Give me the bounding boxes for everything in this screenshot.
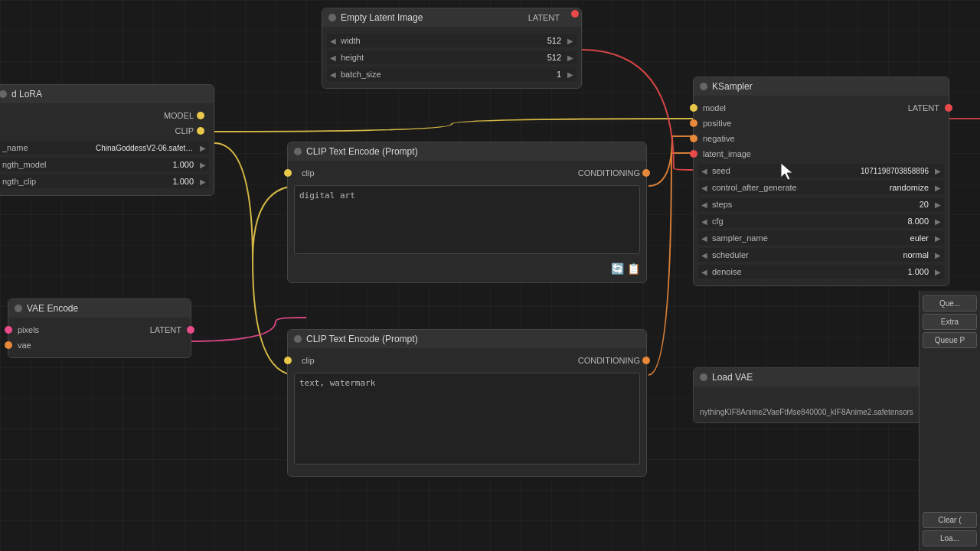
clip1-conditioning-label: CONDITIONING [578,168,640,178]
ngth-model-arrow[interactable]: ▶ [198,161,207,169]
seed-value: 1071198703858896 [856,165,933,177]
scheduler-inc-arrow[interactable]: ▶ [933,251,942,259]
loadvae-vae-port: V. [694,391,949,406]
scheduler-dec-arrow[interactable]: ◀ [700,251,709,259]
clip1-header: CLIP Text Encode (Prompt) [288,142,646,161]
lora-body: MODEL CLIP _name ChinaGoddessV2-06.safet… [0,103,214,195]
steps-dec-arrow[interactable]: ◀ [700,201,709,209]
ksampler-cag-row: ◀ control_after_generate randomize ▶ [694,180,949,195]
scheduler-value: normal [898,249,933,261]
queue-prompt-button[interactable]: Queue P [923,332,977,348]
clip1-copy-icon[interactable]: 📋 [627,262,640,275]
ngth-clip-arrow[interactable]: ▶ [198,178,207,186]
model-out-label: MODEL [2,111,194,120]
ksampler-header: KSampler [694,77,949,96]
cfg-dec-arrow[interactable]: ◀ [700,217,709,226]
cag-inc-arrow[interactable]: ▶ [933,184,942,192]
loadvae-body: V. nythingKIF8Anime2VaeFtMse840000_kIF8A… [694,386,949,422]
vae-encode-node: VAE Encode pixels LATENT vae [8,298,191,358]
lora-ngth-model-control[interactable]: ngth_model 1.000 ▶ [0,158,209,171]
batch-inc-arrow[interactable]: ▶ [566,70,575,79]
width-inc-arrow[interactable]: ▶ [566,37,575,45]
vae-pixels-port: pixels LATENT [8,322,191,337]
denoise-dec-arrow[interactable]: ◀ [700,268,709,276]
denoise-value: 1.000 [903,266,933,278]
loadvae-title: Load VAE [712,372,753,383]
clip-out-port [197,127,204,135]
loadvae-filename: nythingKIF8Anime2VaeFtMse840000_kIF8Anim… [694,406,939,418]
height-dec-arrow[interactable]: ◀ [328,54,338,62]
ksampler-seed-control[interactable]: ◀ seed 1071198703858896 ▶ [698,164,944,178]
batch-dec-arrow[interactable]: ◀ [328,70,338,79]
cfg-inc-arrow[interactable]: ▶ [933,217,942,226]
ksampler-latent-out-port [945,104,952,112]
ksampler-node: KSampler model LATENT positive negative … [693,77,949,286]
clip-out-label: CLIP [2,126,194,135]
vae-pixels-in-port [5,326,12,334]
width-control[interactable]: ◀ width 512 ▶ [327,34,577,47]
ksampler-steps-control[interactable]: ◀ steps 20 ▶ [698,197,944,211]
seed-dec-arrow[interactable]: ◀ [700,167,709,175]
load-button[interactable]: Loa... [923,530,977,546]
ksampler-negative-port: negative [694,131,949,146]
ksampler-sampler-row: ◀ sampler_name euler ▶ [694,230,949,246]
sampler-value: euler [906,232,933,244]
empty-latent-image-node: Empty Latent Image LATENT ◀ width 512 ▶ … [322,8,582,89]
height-inc-arrow[interactable]: ▶ [566,54,575,62]
batch-value: 1 [552,68,566,80]
width-value: 512 [543,34,566,47]
sampler-dec-arrow[interactable]: ◀ [700,234,709,243]
ksampler-sampler-control[interactable]: ◀ sampler_name euler ▶ [698,231,944,245]
ksampler-body: model LATENT positive negative latent_im… [694,96,949,285]
lora-name-arrow[interactable]: ▶ [198,144,207,152]
steps-inc-arrow[interactable]: ▶ [933,201,942,209]
ksampler-denoise-control[interactable]: ◀ denoise 1.000 ▶ [698,265,944,279]
extra-button[interactable]: Extra [923,314,977,330]
lora-ngth-model-row: ngth_model 1.000 ▶ [0,157,214,172]
lora-name-row: _name ChinaGoddessV2-06.safetensors ▶ [0,140,214,155]
clear-button[interactable]: Clear ( [923,512,977,528]
width-dec-arrow[interactable]: ◀ [328,37,338,45]
ksampler-cfg-control[interactable]: ◀ cfg 8.000 ▶ [698,214,944,228]
seed-label: seed [709,165,856,177]
cag-value: randomize [885,181,933,194]
clip1-status-dot [294,148,302,155]
right-panel: Que... Extra Queue P Clear ( Loa... [919,291,980,551]
load-lora-node: d LoRA MODEL CLIP _name ChinaGoddessV2-0… [0,84,214,196]
ksampler-scheduler-control[interactable]: ◀ scheduler normal ▶ [698,248,944,262]
clip2-status-dot [294,335,302,343]
steps-value: 20 [915,198,933,210]
ksampler-latent-port: latent_image [694,146,949,161]
clip1-refresh-icon[interactable]: 🔄 [611,262,624,275]
ngth-clip-label: ngth_clip [0,175,168,187]
height-value: 512 [543,51,566,64]
ksampler-positive-label: positive [703,119,731,128]
lora-name-control[interactable]: _name ChinaGoddessV2-06.safetensors ▶ [0,141,209,155]
sampler-inc-arrow[interactable]: ▶ [933,234,942,243]
scheduler-label: scheduler [709,249,898,261]
denoise-inc-arrow[interactable]: ▶ [933,268,942,276]
ksampler-positive-in-port [690,119,697,127]
clip2-in-port [284,357,292,364]
lora-name-value: ChinaGoddessV2-06.safetensors [91,142,198,154]
clip2-title: CLIP Text Encode (Prompt) [306,334,418,344]
queue-button[interactable]: Que... [923,295,977,311]
clip1-body: clip CONDITIONING digital art 🔄 📋 [288,161,646,282]
ksampler-cag-control[interactable]: ◀ control_after_generate randomize ▶ [698,181,944,194]
ksampler-cfg-row: ◀ cfg 8.000 ▶ [694,214,949,229]
clip1-out-port [642,169,650,177]
ksampler-denoise-row: ◀ denoise 1.000 ▶ [694,264,949,279]
clip1-title: CLIP Text Encode (Prompt) [306,146,418,157]
lora-model-out: MODEL [0,108,214,123]
clip2-prompt-textarea[interactable]: text, watermark [294,373,640,465]
clip1-prompt-textarea[interactable]: digital art [294,185,640,254]
batch-control[interactable]: ◀ batch_size 1 ▶ [327,67,577,81]
lora-ngth-clip-control[interactable]: ngth_clip 1.000 ▶ [0,174,209,188]
width-row: ◀ width 512 ▶ [322,33,581,48]
seed-inc-arrow[interactable]: ▶ [933,167,942,175]
clip1-icons: 🔄 📋 [288,261,646,278]
height-control[interactable]: ◀ height 512 ▶ [327,51,577,64]
ngth-clip-value: 1.000 [168,175,198,187]
cag-dec-arrow[interactable]: ◀ [700,184,709,192]
ksampler-model-label: model [703,103,726,112]
